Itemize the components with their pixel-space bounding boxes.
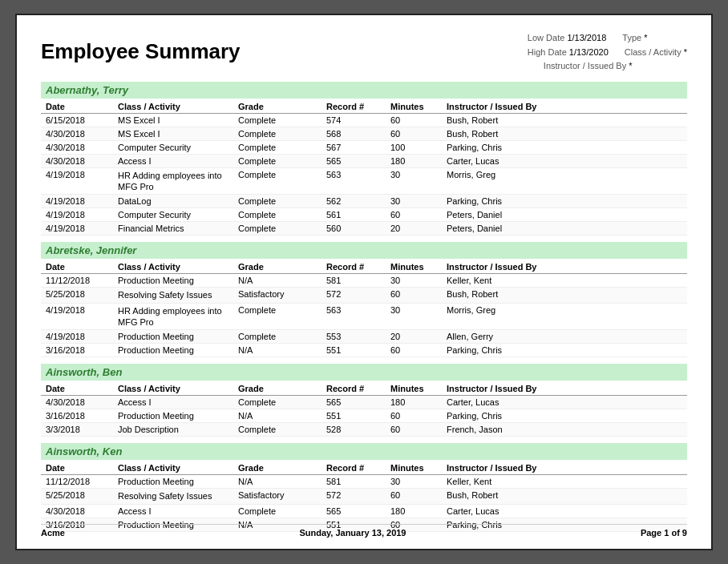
col-header-4: Minutes xyxy=(390,463,447,473)
col-header-2: Grade xyxy=(238,384,326,393)
cell-1: Production Meeting xyxy=(118,411,238,421)
col-header-3: Record # xyxy=(326,262,390,272)
cell-1: DataLog xyxy=(118,196,238,206)
table-row: 4/30/2018Access IComplete565180Carter, L… xyxy=(41,396,687,409)
cell-2: Complete xyxy=(238,156,326,166)
cell-0: 5/25/2018 xyxy=(46,289,118,300)
cell-5: Peters, Daniel xyxy=(447,224,591,233)
cell-2: Complete xyxy=(238,143,326,152)
type-label: Type xyxy=(622,33,641,42)
col-header-3: Record # xyxy=(326,384,390,393)
cell-1: Production Meeting xyxy=(118,332,238,341)
table-row: 4/19/2018Computer SecurityComplete56160P… xyxy=(41,208,687,222)
cell-2: Satisfactory xyxy=(238,289,326,300)
cell-4: 60 xyxy=(390,129,447,139)
cell-5: Morris, Greg xyxy=(447,170,591,193)
table-row: 4/30/2018MS Excel IComplete56860Bush, Ro… xyxy=(41,127,687,141)
table-row: 4/19/2018Production MeetingComplete55320… xyxy=(41,330,687,344)
cell-1: Resolving Safety Issues xyxy=(118,289,238,300)
cell-4: 180 xyxy=(390,397,447,407)
table-row: 4/30/2018Computer SecurityComplete567100… xyxy=(41,141,687,155)
cell-4: 30 xyxy=(390,196,447,206)
cell-5: Carter, Lucas xyxy=(447,506,591,516)
col-header-5: Instructor / Issued By xyxy=(447,384,591,393)
cell-2: N/A xyxy=(238,276,326,285)
cell-5: Bush, Robert xyxy=(447,115,591,125)
cell-4: 100 xyxy=(390,143,447,152)
col-header-4: Minutes xyxy=(390,102,447,111)
cell-1: Production Meeting xyxy=(118,345,238,355)
cell-0: 4/30/2018 xyxy=(46,156,118,166)
cell-2: Complete xyxy=(238,129,326,139)
cell-0: 3/3/2018 xyxy=(46,425,118,434)
col-header-3: Record # xyxy=(326,463,390,473)
cell-2: Complete xyxy=(238,170,326,193)
col-header-0: Date xyxy=(46,463,118,473)
cell-1: HR Adding employees into MFG Pro xyxy=(118,170,238,193)
cell-2: Complete xyxy=(238,397,326,407)
high-date-label: High Date xyxy=(528,47,567,57)
table-row: 4/19/2018HR Adding employees into MFG Pr… xyxy=(41,304,687,331)
cell-2: Satisfactory xyxy=(238,490,326,502)
table-row: 3/16/2018Production MeetingN/A55160Parki… xyxy=(41,409,687,423)
cell-1: Access I xyxy=(118,506,238,516)
cell-0: 4/30/2018 xyxy=(46,506,118,516)
cell-3: 581 xyxy=(326,477,390,486)
cell-4: 60 xyxy=(390,289,447,300)
cell-5: Bush, Robert xyxy=(447,490,591,502)
cell-3: 528 xyxy=(326,425,390,434)
table-row: 3/16/2018Production MeetingN/A55160Parki… xyxy=(41,344,687,357)
col-header-5: Instructor / Issued By xyxy=(447,262,591,272)
cell-5: Keller, Kent xyxy=(447,477,591,486)
cell-1: Financial Metrics xyxy=(118,224,238,233)
table-row: 4/30/2018Access IComplete565180Carter, L… xyxy=(41,505,687,518)
cell-3: 553 xyxy=(326,332,390,341)
cell-3: 561 xyxy=(326,210,390,220)
cell-0: 11/12/2018 xyxy=(46,477,118,486)
cell-0: 3/16/2018 xyxy=(46,345,118,355)
type-value: * xyxy=(644,33,647,42)
class-value: * xyxy=(684,47,687,57)
cell-4: 20 xyxy=(390,332,447,341)
cell-1: Access I xyxy=(118,397,238,407)
cell-2: Complete xyxy=(238,305,326,328)
cell-1: Job Description xyxy=(118,425,238,434)
instructor-label: Instructor / Issued By xyxy=(544,61,626,70)
report-footer: Acme Sunday, January 13, 2019 Page 1 of … xyxy=(41,524,687,538)
cell-4: 30 xyxy=(390,276,447,285)
cell-4: 60 xyxy=(390,210,447,220)
cell-0: 4/30/2018 xyxy=(46,397,118,407)
cell-1: MS Excel I xyxy=(118,115,238,125)
employee-name-0: Abernathy, Terry xyxy=(41,82,687,99)
cell-2: N/A xyxy=(238,345,326,355)
cell-2: N/A xyxy=(238,477,326,486)
col-header-0: Date xyxy=(46,384,118,393)
cell-5: Parking, Chris xyxy=(447,411,591,421)
col-header-2: Grade xyxy=(238,262,326,272)
col-headers-1: DateClass / ActivityGradeRecord #Minutes… xyxy=(41,260,687,274)
cell-5: Parking, Chris xyxy=(447,196,591,206)
cell-5: Allen, Gerry xyxy=(447,332,591,341)
footer-date: Sunday, January 13, 2019 xyxy=(299,528,406,538)
cell-3: 563 xyxy=(326,170,390,193)
cell-2: Complete xyxy=(238,425,326,434)
cell-3: 567 xyxy=(326,143,390,152)
cell-3: 551 xyxy=(326,411,390,421)
col-header-5: Instructor / Issued By xyxy=(447,463,591,473)
cell-3: 551 xyxy=(326,345,390,355)
cell-3: 562 xyxy=(326,196,390,206)
high-date-value: 1/13/2020 xyxy=(569,47,609,57)
cell-3: 574 xyxy=(326,115,390,125)
cell-2: N/A xyxy=(238,411,326,421)
table-row: 4/30/2018Access IComplete565180Carter, L… xyxy=(41,155,687,168)
filter-area: Low Date 1/13/2018 Type * High Date 1/13… xyxy=(528,31,687,74)
table-row: 4/19/2018Financial MetricsComplete56020P… xyxy=(41,222,687,236)
cell-1: MS Excel I xyxy=(118,129,238,139)
employee-name-2: Ainsworth, Ben xyxy=(41,364,687,381)
cell-2: Complete xyxy=(238,115,326,125)
cell-0: 4/19/2018 xyxy=(46,170,118,193)
cell-4: 180 xyxy=(390,506,447,516)
col-header-0: Date xyxy=(46,262,118,272)
table-row: 5/25/2018Resolving Safety IssuesSatisfac… xyxy=(41,288,687,303)
cell-3: 565 xyxy=(326,156,390,166)
